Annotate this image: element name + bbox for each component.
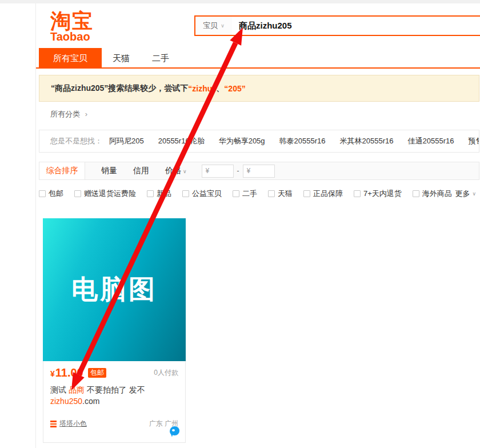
seller-row: 塔塔小色 广东 广州 — [50, 419, 178, 429]
tab-secondhand[interactable]: 二手 — [152, 48, 169, 69]
filter-return-insurance[interactable]: 赠送退货运费险 — [74, 189, 136, 199]
chevron-down-icon: ∨ — [472, 191, 476, 197]
product-image[interactable]: 电脑图 — [43, 218, 186, 361]
highlight-keyword: 品商 — [69, 385, 85, 394]
all-categories-link[interactable]: 所有分类 › — [50, 109, 87, 119]
filter-free-shipping[interactable]: 包邮 — [39, 189, 63, 199]
notice-suggest-term-1[interactable]: “zizhu” — [188, 84, 216, 93]
checkbox-icon[interactable] — [303, 190, 310, 197]
wangwang-chat-icon[interactable] — [170, 426, 179, 435]
highlight-keyword: zizhu250 — [50, 397, 82, 406]
free-shipping-badge: 包邮 — [88, 368, 106, 378]
suggestion-link[interactable]: 韩泰20555r16 — [279, 136, 326, 146]
all-categories-label: 所有分类 — [50, 110, 80, 118]
chevron-right-icon: › — [85, 110, 87, 118]
suggestion-link[interactable]: 20555r16轮胎 — [158, 136, 205, 146]
product-price: 11.00 — [55, 366, 83, 379]
taobao-logo-en: Taobao — [50, 30, 94, 43]
suggestion-link[interactable]: 预售商品 — [468, 136, 479, 146]
tab-tmall[interactable]: 天猫 — [113, 48, 130, 69]
suggestion-link[interactable]: 米其林20555r16 — [340, 136, 394, 146]
filter-charity[interactable]: 公益宝贝 — [182, 189, 222, 199]
sort-price-label: 价格 — [165, 166, 181, 175]
paid-count: 0人付款 — [154, 368, 178, 378]
currency-symbol: ¥ — [50, 369, 55, 378]
price-range-dash: - — [237, 167, 239, 175]
taobao-logo[interactable]: 淘宝 Taobao — [50, 9, 94, 43]
notice-separator: 、 — [216, 83, 224, 94]
chevron-down-icon: ∨ — [221, 23, 225, 29]
sort-credit[interactable]: 信用 — [133, 166, 149, 176]
filter-7day-return[interactable]: 7+天内退货 — [354, 189, 402, 199]
filter-overseas[interactable]: 海外商品 — [413, 189, 452, 199]
product-info: ¥ 11.00 包邮 0人付款 测试 品商 不要拍拍了 发不 zizhu250.… — [43, 361, 186, 443]
suggestion-link[interactable]: 佳通20555r16 — [407, 136, 454, 146]
filter-more-dropdown[interactable]: 更多 ∨ — [455, 184, 476, 203]
filter-secondhand[interactable]: 二手 — [233, 189, 257, 199]
price-range-filter: - — [202, 165, 275, 178]
product-image-text: 电脑图 — [71, 272, 157, 307]
checkbox-icon[interactable] — [233, 190, 239, 197]
price-row: ¥ 11.00 包邮 0人付款 — [50, 366, 178, 379]
product-title-link[interactable]: 测试 品商 不要拍拍了 发不 zizhu250.com — [50, 384, 178, 407]
search-input[interactable] — [232, 17, 480, 35]
sort-bar: 综合排序 销量 信用 价格∨ - — [39, 162, 479, 180]
sort-price[interactable]: 价格∨ — [165, 166, 187, 176]
checkbox-icon[interactable] — [354, 190, 361, 197]
filter-new-item[interactable]: 新品 — [147, 189, 171, 199]
sort-sales[interactable]: 销量 — [101, 166, 117, 176]
checkbox-icon[interactable] — [182, 190, 189, 197]
tab-all-items[interactable]: 所有宝贝 — [39, 48, 102, 69]
seller-name-link[interactable]: 塔塔小色 — [59, 419, 87, 429]
taobao-logo-cn: 淘宝 — [50, 9, 94, 33]
checkbox-icon[interactable] — [268, 190, 275, 197]
checkbox-icon[interactable] — [147, 190, 154, 197]
page-left-divider — [35, 3, 36, 448]
price-max-input[interactable] — [243, 165, 275, 178]
search-suggestions-bar: 您是不是想找： 阿玛尼205 20555r16轮胎 华为畅享205g 韩泰205… — [39, 130, 479, 153]
notice-suggest-term-2[interactable]: “205” — [224, 84, 245, 93]
product-card: 电脑图 ¥ 11.00 包邮 0人付款 测试 品商 不要拍拍了 发不 zizhu… — [43, 218, 186, 443]
browser-top-strip — [0, 0, 480, 3]
chevron-down-icon: ∨ — [183, 169, 187, 174]
checkbox-icon[interactable] — [413, 190, 419, 197]
notice-text: “商品zizhu205”搜索结果较少，尝试下 — [51, 83, 188, 94]
filter-tmall[interactable]: 天猫 — [268, 189, 293, 199]
filter-bar: 包邮 赠送退货运费险 新品 公益宝贝 二手 天猫 正品保障 7+天内退货 海外商… — [39, 184, 479, 203]
taobao-shop-icon — [50, 421, 57, 427]
few-results-notice: “商品zizhu205”搜索结果较少，尝试下 “zizhu” 、 “205” — [39, 75, 479, 102]
sort-comprehensive[interactable]: 综合排序 — [39, 162, 85, 179]
checkbox-icon[interactable] — [39, 190, 46, 197]
suggestions-label: 您是不是想找： — [50, 136, 102, 146]
tab-underline — [36, 67, 480, 69]
filter-authentic[interactable]: 正品保障 — [303, 189, 343, 199]
price-min-input[interactable] — [202, 165, 234, 178]
search-category-dropdown[interactable]: 宝贝 ∨ — [195, 17, 232, 35]
checkbox-icon[interactable] — [74, 190, 81, 197]
suggestion-link[interactable]: 阿玛尼205 — [109, 136, 144, 146]
suggestion-link[interactable]: 华为畅享205g — [219, 136, 265, 146]
search-box: 宝贝 ∨ — [194, 15, 480, 36]
search-category-label: 宝贝 — [203, 21, 218, 31]
